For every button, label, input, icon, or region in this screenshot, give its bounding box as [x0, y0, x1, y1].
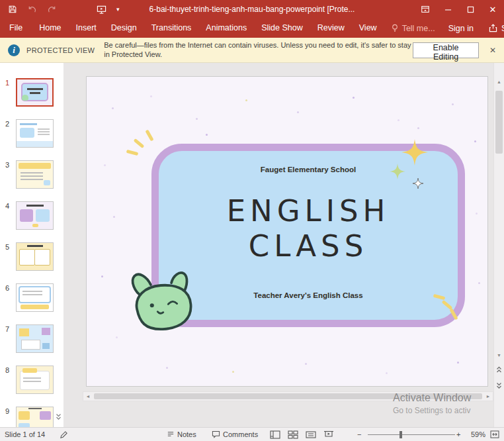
slide-title-card: Fauget Elementary School ENGLISH CLASS T… [151, 144, 465, 327]
scroll-left-icon[interactable]: ◄ [83, 394, 93, 399]
thumbnail-preview [16, 324, 54, 353]
protected-view-message: Be careful—files from the Internet can c… [104, 41, 413, 59]
thumbnail-graphic [17, 202, 53, 229]
thumbnail-graphic [17, 243, 53, 270]
slide-thumbnail-3[interactable]: 3 [0, 160, 63, 192]
comments-button[interactable]: Comments [212, 428, 258, 441]
thumbnail-graphic [17, 366, 53, 393]
thumbnail-preview [16, 283, 54, 312]
slide-thumbnail-5[interactable]: 5 [0, 242, 63, 274]
comments-icon [212, 430, 220, 438]
fit-slide-to-window-icon[interactable] [490, 428, 499, 441]
thumbnail-preview [16, 366, 54, 394]
reading-view-icon[interactable] [303, 430, 318, 439]
save-icon[interactable] [8, 5, 17, 14]
share-icon [489, 24, 497, 32]
slide-sorter-view-icon[interactable] [285, 430, 300, 439]
slide-thumbnail-1[interactable]: 1 [0, 78, 63, 110]
scroll-down-icon[interactable]: ▼ [494, 353, 504, 358]
thumbnail-preview [16, 119, 54, 148]
slide-thumbnail-8[interactable]: 8 [0, 366, 63, 397]
window-controls: ✕ [414, 0, 504, 19]
tab-review[interactable]: Review [310, 19, 352, 38]
close-icon[interactable]: ✕ [482, 0, 504, 19]
activation-watermark: Activate Window Go to Settings to activ [393, 393, 471, 415]
slide-thumbnail-panel: 1 2 3 4 5 6 7 [0, 63, 63, 427]
subtitle-text: Teacher Avery's English Class [159, 291, 458, 299]
tab-home[interactable]: Home [32, 19, 68, 38]
scroll-up-icon[interactable]: ▲ [494, 79, 504, 84]
school-name-text: Fauget Elementary School [159, 166, 458, 173]
thumbnail-preview [16, 407, 54, 427]
watermark-line-2: Go to Settings to activ [393, 407, 471, 415]
workspace: 1 2 3 4 5 6 7 [0, 63, 504, 427]
slide-thumbnail-6[interactable]: 6 [0, 283, 63, 315]
status-bar: Slide 1 of 14 Notes Comments − [0, 427, 504, 441]
zoom-slider-track[interactable] [368, 434, 455, 435]
scroll-right-icon[interactable]: ► [483, 394, 493, 399]
slide-thumbnail-7[interactable]: 7 [0, 324, 63, 356]
thumbnail-graphic [17, 120, 53, 147]
slide-thumbnail-9[interactable]: 9 [0, 407, 63, 427]
tab-design[interactable]: Design [104, 19, 144, 38]
ink-pen-icon[interactable] [60, 428, 68, 441]
slide-number: 3 [5, 161, 9, 169]
dash-decoration [126, 150, 139, 156]
tab-transitions[interactable]: Transitions [144, 19, 199, 38]
slide-number: 6 [5, 284, 9, 292]
vertical-scroll-thumb[interactable] [495, 91, 503, 154]
title-line-2: CLASS [159, 228, 458, 264]
zoom-in-icon[interactable]: + [456, 428, 460, 441]
undo-icon[interactable] [27, 5, 37, 14]
vertical-scrollbar[interactable]: ▲ ▼ [493, 63, 504, 427]
tell-me-label: Tell me... [402, 24, 435, 33]
message-bar-close-icon[interactable]: ✕ [489, 46, 496, 55]
previous-slide-button[interactable] [494, 366, 504, 373]
thumbnail-graphic [17, 79, 52, 105]
sparkle-star-green-icon [390, 164, 405, 179]
notes-icon [167, 430, 175, 438]
minimize-icon[interactable] [437, 0, 459, 19]
tab-file[interactable]: File [0, 19, 32, 38]
slide-editing-area[interactable]: Fauget Elementary School ENGLISH CLASS T… [86, 76, 488, 387]
tab-insert[interactable]: Insert [69, 19, 104, 38]
redo-icon[interactable] [47, 5, 57, 14]
dot-pattern-decoration [87, 77, 89, 79]
thumbnail-scroll-down-icon[interactable] [56, 413, 62, 420]
slide-number: 5 [5, 243, 9, 251]
start-slideshow-icon[interactable] [97, 5, 106, 15]
watermark-line-1: Activate Window [393, 393, 471, 403]
slide-number: 7 [5, 325, 9, 333]
slide-thumbnail-4[interactable]: 4 [0, 201, 63, 233]
lightbulb-icon [391, 24, 399, 32]
slide-thumbnail-2[interactable]: 2 [0, 119, 63, 151]
slide-show-view-icon[interactable] [321, 430, 336, 439]
sign-in-button[interactable]: Sign in [442, 24, 480, 33]
slide-number: 1 [5, 79, 9, 87]
ribbon-display-options-icon[interactable] [414, 0, 437, 19]
tab-animations[interactable]: Animations [198, 19, 254, 38]
zoom-percentage[interactable]: 59% [464, 428, 485, 441]
enable-editing-button[interactable]: Enable Editing [413, 42, 479, 58]
zoom-slider-thumb[interactable] [399, 431, 402, 438]
maximize-icon[interactable] [459, 0, 482, 19]
ribbon-tab-bar: File Home Insert Design Transitions Anim… [0, 19, 504, 38]
tab-view[interactable]: View [352, 19, 384, 38]
tell-me-box[interactable]: Tell me... [384, 24, 442, 33]
zoom-out-icon[interactable]: − [357, 428, 361, 441]
dash-decoration [145, 129, 153, 141]
document-title: 6-bai-thuyet-trinh-tieng-anh-mau-bang-po… [149, 0, 355, 19]
protected-view-bar: i PROTECTED VIEW Be careful—files from t… [0, 38, 504, 63]
slide-number: 4 [5, 202, 9, 210]
customize-quick-access-toolbar-icon[interactable]: ▾ [116, 0, 120, 19]
thumbnail-preview [16, 242, 54, 271]
zoom-slider[interactable] [368, 428, 455, 441]
comments-label: Comments [223, 430, 258, 438]
next-slide-button[interactable] [494, 382, 504, 389]
info-icon: i [8, 44, 20, 56]
normal-view-icon[interactable] [267, 430, 282, 439]
notes-button[interactable]: Notes [167, 428, 196, 441]
thumbnail-graphic [17, 407, 53, 427]
share-button[interactable]: Share [480, 24, 504, 33]
tab-slide-show[interactable]: Slide Show [254, 19, 310, 38]
